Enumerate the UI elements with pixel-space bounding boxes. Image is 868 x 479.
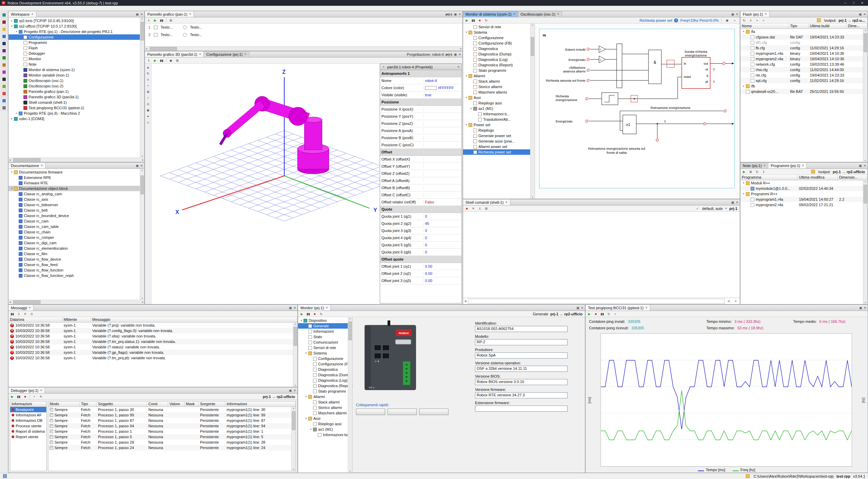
expander-icon[interactable]: ▾	[10, 187, 14, 190]
table-row[interactable]: cfgsave.dat file DAT 19/04/2021 14:23:33	[740, 34, 867, 40]
tree-item[interactable]: Riepilogo assi	[298, 421, 352, 427]
tab-monitor-di-sistema[interactable]: Monitor di sistema (sysm-1)✕	[463, 11, 518, 17]
shell-console[interactable]	[463, 212, 740, 298]
pause-icon[interactable]: ▮▮	[159, 58, 164, 63]
table-row[interactable]: df1.cfg config	[740, 40, 867, 45]
close-icon[interactable]: ✕	[513, 13, 515, 16]
snapshot-icon[interactable]: ◉	[145, 108, 151, 113]
variables-monitor-icon[interactable]	[1, 48, 7, 53]
column-header[interactable]: Ultima modifica	[798, 175, 838, 180]
tree-item[interactable]: Classe rc_crimper	[9, 235, 144, 240]
tree-item[interactable]: ▾ rp2-ufficio [TCP/IP 10.0.17.2:8100]	[9, 23, 144, 29]
clear-icon[interactable]: ✕	[22, 311, 28, 316]
tree-item[interactable]: Stato	[298, 334, 352, 340]
property-row[interactable]: Quota joint 2 (qj2) 45	[380, 220, 461, 227]
expander-icon[interactable]: ▸	[10, 19, 14, 22]
tree-item[interactable]: Monitor	[9, 56, 144, 62]
property-row[interactable]: Offset quote	[380, 256, 461, 263]
property-row[interactable]: Quota joint 1 (qj1) 0	[380, 213, 461, 220]
select-cursor-icon[interactable]: ▲	[145, 65, 151, 70]
tree-item[interactable]: Configurazione (FB)	[463, 40, 535, 46]
table-row[interactable]: xpl.cfg config 11/02/2021 14:29:16	[740, 78, 867, 83]
property-row[interactable]: Posizione Y (posY)	[380, 113, 461, 120]
minimize-button[interactable]: ─	[841, 1, 849, 5]
column-header[interactable]: Tipo	[789, 23, 808, 29]
tree-item[interactable]: Classe rc_cam	[9, 218, 144, 224]
import-icon[interactable]: «	[761, 18, 766, 23]
breakpoint-row[interactable]: Sempre Fetch Processo 1, passo 28 Nessun…	[48, 440, 296, 445]
tree-item[interactable]: Informazioni	[298, 329, 352, 334]
color-swatch[interactable]	[425, 86, 437, 90]
open-workspace-icon[interactable]	[1, 26, 7, 32]
breakpoint-row[interactable]: Sempre Fetch Processo 1, passo 87 Nessun…	[48, 418, 296, 423]
tree-item[interactable]: Debugger	[9, 51, 144, 56]
property-row[interactable]: Offset joint 1 (oj1) 0.00	[380, 263, 461, 270]
camera-icon[interactable]: ◉	[168, 58, 174, 63]
tree-item[interactable]: Maschere allarmi	[298, 410, 352, 416]
property-row[interactable]: Offset	[380, 149, 461, 156]
tree-item[interactable]: ▾ ax1 (M1)	[463, 106, 535, 111]
quicklink-button[interactable]	[388, 409, 417, 415]
table-row[interactable]: rhw.cfg config 11/02/2021 14:44:00	[740, 67, 867, 72]
tab-oscilloscopio[interactable]: Oscilloscopio (osc-1)✕	[518, 11, 562, 17]
stop-icon[interactable]: ■	[593, 311, 599, 316]
tree-item[interactable]: Diagnostica (Log)	[463, 57, 535, 62]
download-icon[interactable]: ⇓	[748, 18, 753, 23]
tree-item[interactable]: Monitor variabili (mon-1)	[9, 72, 144, 78]
column-header[interactable]: Programma	[740, 175, 798, 180]
close-icon[interactable]: ✕	[199, 53, 201, 56]
close-icon[interactable]: ✕	[458, 53, 461, 56]
property-row[interactable]: Offset B (offsetB)	[380, 184, 461, 192]
tree-item[interactable]: Informazioni b...	[463, 111, 535, 117]
expander-icon[interactable]: ▾	[10, 25, 14, 28]
oscilloscope-icon[interactable]	[1, 55, 7, 61]
tree-item[interactable]: Comunicazioni	[298, 340, 352, 345]
maximize-button[interactable]: □	[850, 1, 858, 5]
tree-item[interactable]: Stack allarmi	[298, 399, 352, 405]
tree-item[interactable]: Generale asse (pow...	[463, 138, 535, 144]
close-icon[interactable]: ✕	[40, 389, 43, 392]
stop-icon[interactable]: ■	[464, 206, 470, 211]
run-icon[interactable]: ▶	[464, 18, 470, 23]
pause-icon[interactable]: ▮▮	[16, 394, 21, 399]
property-row[interactable]: Offset relativi (relOff) Falso	[380, 199, 461, 206]
tree-item[interactable]: ▸ Progetto RTE (prj-3) - Macchina 2	[9, 111, 144, 116]
scrollbar-vertical[interactable]	[140, 17, 144, 158]
column-header[interactable]: Informazioni	[225, 401, 296, 407]
tree-item[interactable]: Classe rc_flow_function_nnph	[9, 273, 144, 278]
tree-item[interactable]: Riepilogo assi	[463, 100, 535, 106]
message-row[interactable]: 10/03/2022 10:36:58 sysm-1 Variabile (?.…	[9, 339, 297, 344]
tree-item[interactable]: Servizi di rete	[463, 24, 535, 30]
tab-messaggi[interactable]: Messaggi✕	[9, 305, 34, 311]
record-icon[interactable]: ●	[145, 114, 151, 119]
close-icon[interactable]: ✕	[29, 306, 31, 309]
close-icon[interactable]: ✕	[31, 13, 34, 16]
pan-icon[interactable]: ≡	[145, 77, 151, 82]
tree-item[interactable]: Oscilloscopio (osc-2)	[9, 83, 144, 89]
run-icon[interactable]: ▶	[152, 58, 158, 63]
export-icon[interactable]: »	[754, 18, 760, 23]
close-icon[interactable]: ✕	[140, 13, 143, 16]
column-header[interactable]: Sorgente	[199, 401, 225, 407]
tab-documentazione[interactable]: Documentazione✕	[9, 163, 46, 168]
tree-item[interactable]: Trasduttore/Att...	[463, 117, 535, 122]
save-icon[interactable]: ⇓	[761, 169, 766, 174]
column-header[interactable]: Data/ora	[9, 317, 62, 322]
list-item[interactable]: Processi utente	[10, 423, 46, 429]
breakpoint-row[interactable]: Sempre Fetch Processo 1, passo 94 Nessun…	[48, 423, 296, 429]
menu-icon[interactable]: ≡	[733, 299, 738, 304]
table-row[interactable]: network.cfg config 19/02/2021 13:39:46	[740, 62, 867, 67]
list-item[interactable]: Informazioni OB	[10, 418, 46, 423]
column-header[interactable]: Modo	[48, 401, 80, 407]
tab-note[interactable]: Note (prj-1)✕	[740, 163, 768, 168]
expander-icon[interactable]: ▾	[309, 428, 313, 431]
expander-icon[interactable]: ▾	[742, 193, 746, 195]
breakpoint-row[interactable]: Sempre Fetch Processo 1, passo 5 Nessuna…	[48, 434, 296, 440]
expander-icon[interactable]: ▾	[304, 395, 308, 398]
expander-icon[interactable]: ▾	[304, 352, 308, 354]
property-row[interactable]: Quota joint 4 (qj4) 0	[380, 234, 461, 242]
add-breakpoint-icon[interactable]: +	[32, 394, 37, 399]
table-row[interactable]: ▾ Moduli R++	[740, 180, 867, 186]
tree-item[interactable]: Classe rc_elementlocation	[9, 246, 144, 251]
tree-item[interactable]: Test ping/pong BCC/31 (pptest-1)	[9, 105, 144, 111]
